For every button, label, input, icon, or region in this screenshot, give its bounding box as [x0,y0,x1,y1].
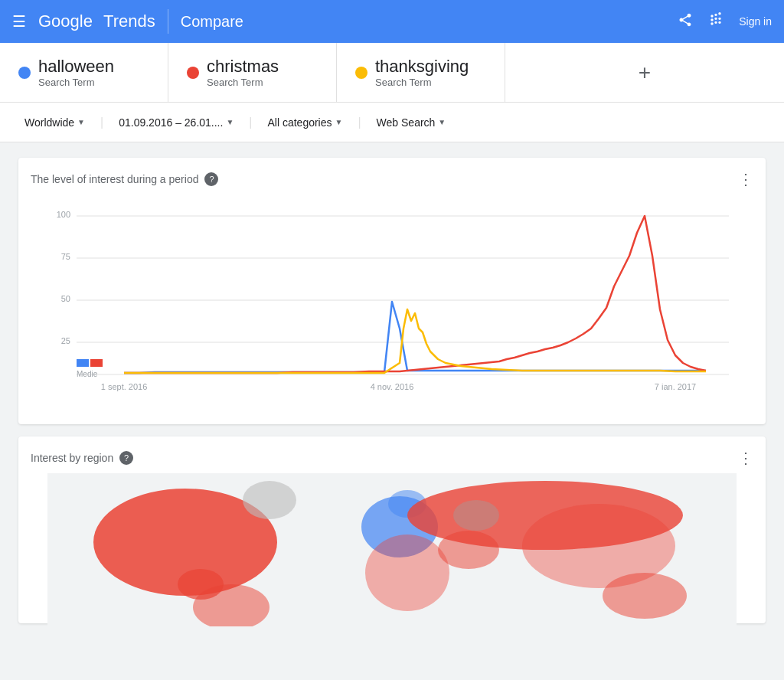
region-more-icon[interactable]: ⋮ [738,449,753,467]
logo[interactable]: Google Trends [38,11,155,31]
thanksgiving-name: thanksgiving [375,57,469,77]
christmas-dot [187,67,199,79]
thanksgiving-dot [355,67,368,79]
halloween-dot [18,67,31,79]
signin-button[interactable]: Sign in [739,15,772,28]
region-help-icon[interactable]: ? [119,451,133,465]
svg-point-26 [603,573,687,619]
chart-card-header: The level of interest during a period ? … [31,170,753,188]
apps-icon[interactable] [708,12,724,31]
svg-text:4 nov. 2016: 4 nov. 2016 [371,382,414,391]
chart-title: The level of interest during a period [31,173,198,185]
search-type-arrow-icon: ▼ [438,118,446,126]
chart-help-icon[interactable]: ? [204,172,218,186]
svg-text:Medie: Medie [77,370,98,378]
svg-point-24 [438,531,499,569]
svg-text:25: 25 [61,336,70,345]
header-actions: Sign in [678,12,772,31]
location-label: Worldwide [24,116,74,129]
chart-more-icon[interactable]: ⋮ [738,170,753,188]
share-icon[interactable] [678,12,693,31]
page-title: Compare [181,13,243,31]
chart-title-row: The level of interest during a period ? [31,172,218,186]
date-arrow-icon: ▼ [226,118,234,126]
search-type-label: Web Search [377,116,436,129]
map-svg [31,473,753,626]
christmas-name: christmas [207,57,279,77]
search-terms-bar: halloween Search Term christmas Search T… [0,43,784,103]
halloween-name: halloween [38,57,114,77]
svg-text:75: 75 [61,252,70,261]
svg-point-18 [243,481,296,519]
christmas-type: Search Term [207,77,279,88]
search-term-christmas[interactable]: christmas Search Term [168,43,337,102]
category-label: All categories [267,116,332,129]
svg-text:50: 50 [61,294,70,303]
search-term-thanksgiving[interactable]: thanksgiving Search Term [337,43,505,102]
thanksgiving-type: Search Term [375,77,469,88]
world-map [31,473,753,611]
svg-text:1 sept. 2016: 1 sept. 2016 [101,382,148,391]
interest-chart-card: The level of interest during a period ? … [18,158,766,424]
header-divider [168,9,168,34]
svg-rect-12 [77,359,89,367]
location-filter[interactable]: Worldwide ▼ [18,112,91,133]
halloween-type: Search Term [38,77,114,88]
category-filter[interactable]: All categories ▼ [261,112,348,133]
svg-rect-13 [90,359,103,367]
location-arrow-icon: ▼ [77,118,85,126]
svg-point-22 [365,535,449,611]
svg-text:100: 100 [57,210,70,219]
svg-text:7 ian. 2017: 7 ian. 2017 [655,382,696,391]
search-term-halloween[interactable]: halloween Search Term [0,43,168,102]
app-header: ☰ Google Trends Compare Sign in [0,0,784,43]
date-filter[interactable]: 01.09.2016 – 26.01.... ▼ [113,112,240,133]
filter-bar: Worldwide ▼ | 01.09.2016 – 26.01.... ▼ |… [0,103,784,142]
date-label: 01.09.2016 – 26.01.... [119,116,223,129]
svg-point-27 [453,500,499,531]
menu-icon[interactable]: ☰ [12,12,26,31]
category-arrow-icon: ▼ [335,118,343,126]
region-title-row: Interest by region ? [31,451,133,465]
add-term-button[interactable]: + [505,43,784,102]
search-type-filter[interactable]: Web Search ▼ [371,112,452,133]
chart-area: 100 75 50 25 1 sept. 2016 4 nov. 2016 7 … [31,195,753,412]
main-content: The level of interest during a period ? … [0,142,784,639]
region-title: Interest by region [31,452,113,464]
chart-svg: 100 75 50 25 1 sept. 2016 4 nov. 2016 7 … [31,195,753,409]
region-card-header: Interest by region ? ⋮ [31,449,753,467]
region-card: Interest by region ? ⋮ [18,436,766,623]
